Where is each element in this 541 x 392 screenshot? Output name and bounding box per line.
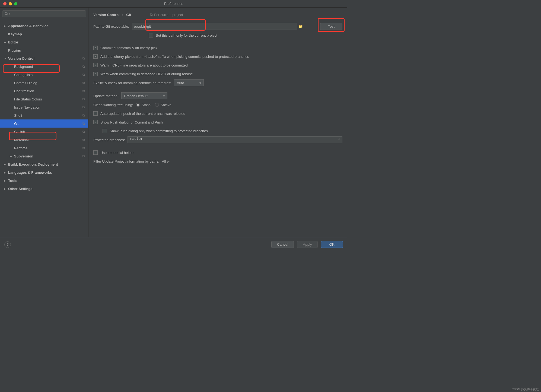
protected-branches-input[interactable]: master ⤢: [128, 136, 342, 143]
set-path-project-label: Set this path only for the current proje…: [156, 33, 217, 37]
sidebar-item-keymap[interactable]: Keymap: [0, 30, 88, 38]
sidebar-item-label: Subversion: [14, 154, 33, 158]
sidebar-item-tools[interactable]: ▶Tools: [0, 176, 88, 185]
close-window-button[interactable]: [3, 2, 7, 5]
sidebar-item-editor[interactable]: ▶Editor: [0, 38, 88, 46]
sidebar-item-subversion[interactable]: ▶Subversion⧉: [0, 152, 88, 160]
sidebar-item-label: GitHub: [14, 130, 25, 134]
sidebar-item-label: Confirmation: [14, 89, 34, 93]
chevron-right-icon: ▶: [4, 163, 7, 166]
clean-tree-label: Clean working tree using:: [93, 103, 133, 107]
set-path-project-checkbox[interactable]: [149, 33, 153, 37]
sidebar-item-label: Perforce: [14, 146, 27, 150]
sidebar-item-label: Tools: [8, 179, 17, 183]
cherry-suffix-checkbox[interactable]: [93, 54, 98, 59]
stash-radio[interactable]: [136, 103, 140, 107]
project-scope-tag: ⧉ For current project: [150, 12, 183, 17]
sidebar-item-mercurial[interactable]: Mercurial⧉: [0, 136, 88, 144]
breadcrumb-git: Git: [126, 13, 131, 17]
filter-paths-label: Filter Update Project information by pat…: [93, 159, 159, 163]
content-panel: Version Control › Git ⧉ For current proj…: [88, 8, 347, 237]
copy-icon: ⧉: [82, 56, 85, 60]
crlf-warn-checkbox[interactable]: [93, 63, 98, 67]
copy-icon: ⧉: [82, 73, 85, 77]
breadcrumb-version-control[interactable]: Version Control: [93, 13, 120, 17]
sidebar: ▾ ▶Appearance & BehaviorKeymap▶EditorPlu…: [0, 8, 88, 237]
explicit-check-select[interactable]: Auto: [174, 79, 204, 86]
copy-icon: ⧉: [82, 146, 85, 150]
sidebar-item-github[interactable]: GitHub⧉: [0, 128, 88, 136]
minimize-window-button[interactable]: [9, 2, 12, 5]
stash-label: Stash: [142, 103, 151, 107]
sidebar-item-background[interactable]: Background⧉: [0, 62, 88, 71]
sidebar-item-label: Shelf: [14, 113, 22, 118]
sidebar-item-label: Keymap: [8, 32, 22, 36]
search-input[interactable]: ▾: [2, 10, 86, 17]
sidebar-item-commit-dialog[interactable]: Commit Dialog⧉: [0, 79, 88, 87]
sidebar-item-label: Changelists: [14, 73, 33, 77]
window-title: Preferences: [164, 2, 183, 6]
apply-button[interactable]: Apply: [297, 241, 317, 248]
ok-button[interactable]: OK: [321, 241, 343, 248]
shelve-radio[interactable]: [155, 103, 159, 107]
expand-icon[interactable]: ⤢: [338, 138, 340, 141]
crlf-warn-label: Warn if CRLF line separators are about t…: [100, 63, 188, 67]
sidebar-item-version-control[interactable]: ▼Version Control⧉: [0, 54, 88, 62]
show-push-label: Show Push dialog for Commit and Push: [100, 120, 163, 124]
sidebar-item-label: Languages & Frameworks: [8, 170, 52, 175]
sidebar-item-git[interactable]: Git⧉: [0, 119, 88, 128]
sidebar-item-label: Issue Navigation: [14, 105, 40, 109]
filter-paths-value[interactable]: All ▴▾: [162, 159, 170, 163]
chevron-right-icon: ▶: [10, 155, 12, 158]
sidebar-item-build-execution-deployment[interactable]: ▶Build, Execution, Deployment: [0, 160, 88, 168]
chevron-right-icon: ▶: [4, 187, 7, 190]
cherry-suffix-label: Add the 'cherry-picked from <hash>' suff…: [100, 55, 249, 59]
chevron-right-icon: ▶: [4, 24, 7, 27]
sidebar-item-label: Appearance & Behavior: [8, 24, 48, 28]
cancel-button[interactable]: Cancel: [271, 241, 294, 248]
maximize-window-button[interactable]: [14, 2, 17, 5]
sidebar-item-label: Commit Dialog: [14, 81, 37, 85]
path-label: Path to Git executable:: [93, 24, 129, 29]
copy-icon: ⧉: [82, 89, 85, 93]
copy-icon: ⧉: [82, 130, 85, 134]
breadcrumb-separator: ›: [122, 13, 123, 17]
sidebar-item-label: Other Settings: [8, 187, 33, 191]
sidebar-item-confirmation[interactable]: Confirmation⧉: [0, 87, 88, 95]
sidebar-item-issue-navigation[interactable]: Issue Navigation⧉: [0, 103, 88, 111]
browse-folder-icon[interactable]: 📁: [298, 24, 303, 29]
copy-icon: ⧉: [82, 97, 85, 101]
sidebar-item-file-status-colors[interactable]: File Status Colors⧉: [0, 95, 88, 103]
breadcrumb: Version Control › Git ⧉ For current proj…: [93, 12, 342, 17]
commit-auto-label: Commit automatically on cherry-pick: [100, 46, 157, 50]
chevron-right-icon: ▶: [4, 41, 7, 44]
sidebar-item-changelists[interactable]: Changelists⧉: [0, 71, 88, 79]
sidebar-item-shelf[interactable]: Shelf⧉: [0, 111, 88, 119]
copy-icon: ⧉: [82, 105, 85, 109]
sidebar-item-label: Plugins: [8, 48, 21, 52]
sidebar-item-languages-frameworks[interactable]: ▶Languages & Frameworks: [0, 168, 88, 176]
autoupdate-checkbox[interactable]: [93, 111, 98, 116]
help-button[interactable]: ?: [4, 241, 11, 248]
test-button[interactable]: Test: [320, 23, 342, 30]
detached-warn-checkbox[interactable]: [93, 72, 98, 76]
sidebar-item-other-settings[interactable]: ▶Other Settings: [0, 185, 88, 193]
sidebar-item-label: Build, Execution, Deployment: [8, 162, 58, 166]
commit-auto-checkbox[interactable]: [93, 46, 98, 50]
sidebar-item-label: Mercurial: [14, 138, 28, 142]
sidebar-item-label: Background: [14, 65, 33, 69]
explicit-check-label: Explicitly check for incoming commits on…: [93, 81, 171, 85]
chevron-right-icon: ▶: [4, 179, 7, 182]
sidebar-item-label: Version Control: [8, 56, 34, 61]
show-push-protected-checkbox[interactable]: [103, 129, 107, 133]
sidebar-item-perforce[interactable]: Perforce⧉: [0, 144, 88, 152]
credential-helper-checkbox[interactable]: [93, 150, 98, 155]
copy-icon: ⧉: [150, 12, 152, 17]
git-path-input[interactable]: [132, 23, 297, 30]
sidebar-item-plugins[interactable]: Plugins: [0, 46, 88, 54]
show-push-checkbox[interactable]: [93, 120, 98, 124]
sidebar-item-appearance-behavior[interactable]: ▶Appearance & Behavior: [0, 22, 88, 30]
update-method-select[interactable]: Branch Default: [121, 92, 167, 99]
chevron-down-icon: ▼: [4, 57, 7, 60]
copy-icon: ⧉: [82, 113, 85, 117]
